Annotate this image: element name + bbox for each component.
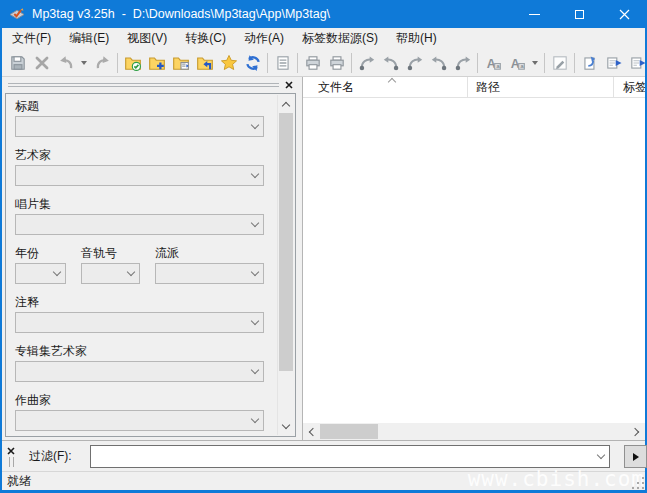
albumartist-combobox[interactable] bbox=[15, 361, 264, 382]
move-files-button[interactable] bbox=[194, 52, 215, 74]
tag-paste-button[interactable] bbox=[404, 52, 425, 74]
file-list: 文件名 路径 标签 bbox=[302, 77, 645, 440]
scroll-left-button[interactable] bbox=[303, 423, 320, 440]
scroll-down-button[interactable] bbox=[278, 418, 294, 435]
column-header-tag[interactable]: 标签 bbox=[615, 77, 645, 98]
case-conversion-button[interactable]: Aa bbox=[482, 52, 503, 74]
field-label-year: 年份 bbox=[15, 246, 66, 260]
chevron-down-icon bbox=[246, 126, 263, 128]
close-button[interactable] bbox=[602, 0, 647, 28]
tag-arrow-icon bbox=[454, 54, 472, 72]
artist-combobox[interactable] bbox=[15, 165, 264, 186]
tag-restore-button[interactable] bbox=[452, 52, 473, 74]
maximize-button[interactable] bbox=[557, 0, 602, 28]
menu-edit[interactable]: 编辑(E) bbox=[60, 28, 118, 49]
tag-panel-close-button[interactable] bbox=[279, 78, 299, 92]
redo-button[interactable] bbox=[92, 52, 113, 74]
tag-copy-button[interactable] bbox=[380, 52, 401, 74]
genre-combobox[interactable] bbox=[155, 263, 264, 284]
scroll-up-button[interactable] bbox=[278, 95, 294, 112]
close-icon bbox=[7, 447, 15, 455]
toolbar-separator bbox=[544, 53, 545, 73]
playlist-button[interactable] bbox=[170, 52, 191, 74]
field-label-albumartist: 专辑集艺术家 bbox=[15, 344, 264, 358]
save-icon bbox=[9, 54, 27, 72]
close-icon bbox=[619, 9, 630, 20]
remove-button[interactable] bbox=[31, 52, 52, 74]
toolbar-separator bbox=[351, 53, 352, 73]
toolbar-separator bbox=[477, 53, 478, 73]
folder-playlist-icon bbox=[172, 54, 190, 72]
favorites-button[interactable] bbox=[218, 52, 239, 74]
minimize-button[interactable] bbox=[512, 0, 557, 28]
window-title: Mp3tag v3.25h - D:\Downloads\Mp3tag\App\… bbox=[32, 7, 330, 21]
add-directory-button[interactable] bbox=[146, 52, 167, 74]
column-header-filename[interactable]: 文件名 bbox=[303, 77, 468, 98]
composer-combobox[interactable] bbox=[15, 410, 264, 431]
menu-convert[interactable]: 转换(C) bbox=[176, 28, 235, 49]
album-combobox[interactable] bbox=[15, 214, 264, 235]
refresh-icon bbox=[244, 54, 262, 72]
menu-file[interactable]: 文件(F) bbox=[3, 28, 60, 49]
file-list-body[interactable] bbox=[303, 98, 645, 423]
chevron-right-icon bbox=[631, 427, 639, 435]
print-button[interactable] bbox=[302, 52, 323, 74]
filter-apply-button[interactable] bbox=[624, 445, 647, 468]
save-button[interactable] bbox=[7, 52, 28, 74]
tag-panel-grip[interactable] bbox=[8, 83, 279, 87]
tag-remove-button[interactable] bbox=[428, 52, 449, 74]
tag-panel: 标题 艺术家 唱片集 年份 音轨号 bbox=[5, 93, 296, 437]
scrollbar-thumb[interactable] bbox=[320, 424, 378, 439]
watermark: www.cbish.com bbox=[468, 467, 645, 491]
maximize-icon bbox=[575, 10, 584, 19]
letter-a-icon: Aa bbox=[508, 54, 526, 72]
tag-cut-button[interactable] bbox=[356, 52, 377, 74]
change-directory-button[interactable] bbox=[122, 52, 143, 74]
file-list-hscrollbar[interactable] bbox=[303, 423, 645, 440]
minimize-icon bbox=[529, 14, 540, 15]
convert-filename-tag-button[interactable] bbox=[627, 52, 645, 74]
undo-button[interactable] bbox=[55, 52, 76, 74]
toolbar-separator bbox=[297, 53, 298, 73]
filter-input[interactable] bbox=[91, 446, 592, 467]
actions-button[interactable]: Aa bbox=[506, 52, 527, 74]
chevron-down-icon bbox=[592, 456, 609, 458]
export-icon bbox=[581, 54, 599, 72]
comment-combobox[interactable] bbox=[15, 312, 264, 333]
track-combobox[interactable] bbox=[81, 263, 140, 284]
title-combobox[interactable] bbox=[15, 116, 264, 137]
column-header-path[interactable]: 路径 bbox=[469, 77, 614, 98]
print-preview-button[interactable] bbox=[326, 52, 347, 74]
pencil-icon bbox=[551, 54, 569, 72]
field-label-title: 标题 bbox=[15, 99, 264, 113]
extended-tags-button[interactable] bbox=[272, 52, 293, 74]
refresh-button[interactable] bbox=[242, 52, 263, 74]
filter-grip bbox=[9, 457, 14, 467]
year-combobox[interactable] bbox=[15, 263, 66, 284]
scroll-right-button[interactable] bbox=[628, 423, 645, 440]
field-label-album: 唱片集 bbox=[15, 197, 264, 211]
file-list-header: 文件名 路径 标签 bbox=[303, 77, 645, 98]
menu-actions[interactable]: 动作(A) bbox=[235, 28, 293, 49]
resize-grip[interactable] bbox=[632, 477, 644, 489]
tag-panel-scrollbar[interactable] bbox=[277, 95, 294, 435]
scrollbar-thumb[interactable] bbox=[279, 113, 293, 371]
star-icon bbox=[220, 54, 238, 72]
undo-history-dropdown[interactable] bbox=[79, 52, 89, 74]
folder-arrow-icon bbox=[196, 54, 214, 72]
convert-tag-filename-button[interactable] bbox=[603, 52, 624, 74]
menu-view[interactable]: 视图(V) bbox=[118, 28, 176, 49]
toolbar-separator bbox=[267, 53, 268, 73]
toolbar-separator bbox=[117, 53, 118, 73]
filter-combobox bbox=[90, 445, 610, 468]
app-icon bbox=[9, 6, 25, 22]
export-button[interactable] bbox=[579, 52, 600, 74]
toolbar: Aa Aa 1 bbox=[2, 49, 645, 77]
menu-tag-sources[interactable]: 标签数据源(S) bbox=[293, 28, 387, 49]
edit-tag-button[interactable] bbox=[549, 52, 570, 74]
actions-dropdown[interactable] bbox=[530, 52, 540, 74]
chevron-down-icon bbox=[246, 371, 263, 373]
chevron-down-icon bbox=[532, 61, 538, 65]
filter-close-button[interactable] bbox=[7, 444, 15, 458]
menu-help[interactable]: 帮助(H) bbox=[387, 28, 446, 49]
